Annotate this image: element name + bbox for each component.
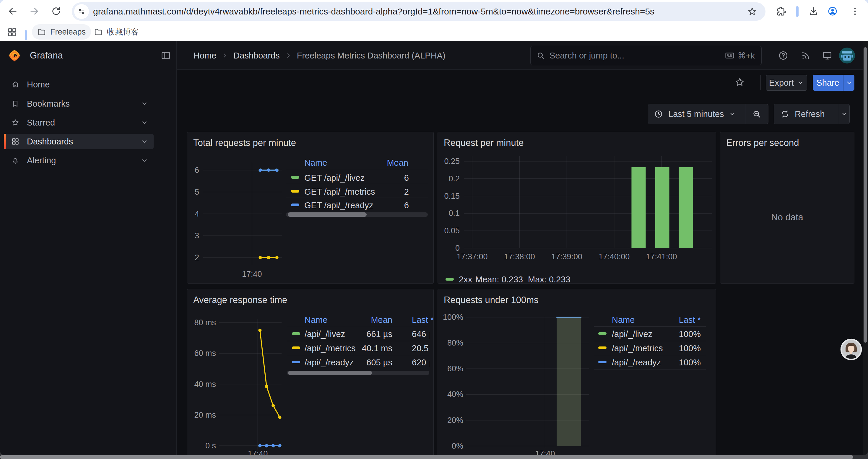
profile-button[interactable] bbox=[824, 3, 841, 20]
clock-icon bbox=[654, 109, 663, 119]
chevron-down-icon bbox=[729, 110, 736, 118]
folder-icon bbox=[37, 28, 46, 36]
legend-series-name[interactable]: 2xx bbox=[459, 275, 472, 284]
export-button[interactable]: Export bbox=[766, 75, 807, 91]
user-avatar-image bbox=[839, 47, 855, 64]
chevron-right-icon bbox=[221, 52, 229, 59]
series-color-dash[interactable] bbox=[598, 361, 607, 363]
sidebar-item-label: Bookmarks bbox=[27, 99, 70, 109]
horizontal-scrollbar[interactable] bbox=[0, 455, 868, 459]
horizontal-scrollbar-thumb[interactable] bbox=[0, 455, 853, 459]
chevron-down-icon bbox=[141, 157, 148, 164]
svg-text:60 ms: 60 ms bbox=[194, 349, 216, 358]
series-color-dash[interactable] bbox=[292, 361, 300, 363]
refresh-icon bbox=[780, 109, 789, 119]
chevron-down-icon[interactable] bbox=[841, 110, 848, 118]
series-color-dash[interactable] bbox=[291, 190, 299, 193]
folder-icon bbox=[94, 28, 103, 36]
breadcrumb-dashboards[interactable]: Dashboards bbox=[234, 51, 279, 61]
share-menu-button[interactable] bbox=[843, 75, 855, 91]
search-input[interactable]: Search or jump to... ⌘+k bbox=[530, 46, 762, 65]
time-range-picker[interactable]: Last 5 minutes bbox=[648, 104, 769, 124]
breadcrumb-home[interactable]: Home bbox=[193, 51, 216, 61]
refresh-button[interactable]: Refresh bbox=[774, 104, 850, 124]
svg-text:0.2: 0.2 bbox=[448, 174, 460, 183]
bookmark-folder-blogs[interactable]: 收藏博客 bbox=[89, 24, 144, 40]
user-avatar[interactable] bbox=[839, 47, 855, 64]
apps-button[interactable] bbox=[7, 27, 17, 37]
reload-button[interactable] bbox=[48, 3, 64, 20]
bookmark-star-icon bbox=[747, 6, 757, 17]
legend-header-name[interactable]: Name bbox=[305, 315, 327, 325]
series-color-dash[interactable] bbox=[445, 278, 454, 281]
floating-assistant-avatar[interactable] bbox=[840, 338, 862, 360]
legend-scrollbar[interactable] bbox=[287, 371, 429, 375]
chevron-right-icon bbox=[284, 52, 292, 59]
sidebar-item-dashboards[interactable]: Dashboards bbox=[4, 134, 154, 149]
dashboard-toolbar: Export Share bbox=[177, 70, 868, 99]
svg-text:17:40:00: 17:40:00 bbox=[598, 252, 629, 261]
sidebar-item-alerting[interactable]: Alerting bbox=[4, 153, 154, 168]
button-divider bbox=[745, 104, 745, 124]
legend-scrollbar[interactable] bbox=[286, 212, 428, 217]
legend-header-mean[interactable]: Mean bbox=[363, 315, 392, 325]
toolbar-divider bbox=[761, 75, 761, 90]
downloads-button[interactable] bbox=[805, 3, 822, 20]
bookmark-icon bbox=[11, 100, 20, 108]
legend-series-value: 6 bbox=[350, 173, 409, 183]
request-per-minute-chart: 00.050.10.150.20.2517:37:0017:38:0017:39… bbox=[438, 132, 716, 284]
extensions-button[interactable] bbox=[773, 3, 789, 20]
legend-series-value: 6 bbox=[350, 201, 409, 210]
legend-last-value: 620 µs bbox=[412, 358, 429, 367]
browser-menu-button[interactable] bbox=[847, 3, 863, 20]
legend-header-last[interactable]: Last * bbox=[412, 315, 434, 325]
vertical-scrollbar[interactable] bbox=[863, 41, 868, 455]
display-button[interactable] bbox=[822, 51, 832, 61]
legend-header-name[interactable]: Name bbox=[612, 315, 634, 325]
series-color-dash[interactable] bbox=[598, 332, 607, 335]
svg-text:17:37:00: 17:37:00 bbox=[457, 252, 488, 261]
svg-text:0.25: 0.25 bbox=[444, 157, 460, 166]
bookmark-folder-freeleaps[interactable]: Freeleaps bbox=[32, 24, 91, 40]
chevron-down-icon bbox=[141, 100, 148, 107]
series-color-dash[interactable] bbox=[292, 347, 300, 349]
sidebar-item-starred[interactable]: Starred bbox=[4, 115, 154, 130]
news-button[interactable] bbox=[801, 51, 811, 61]
legend-max-stat: Max: 0.233 bbox=[528, 275, 570, 284]
series-color-dash[interactable] bbox=[292, 332, 300, 335]
site-info-button[interactable] bbox=[74, 4, 89, 19]
svg-text:0.15: 0.15 bbox=[444, 192, 460, 201]
zoom-out-icon[interactable] bbox=[752, 109, 761, 119]
svg-text:17:40: 17:40 bbox=[248, 449, 268, 455]
bookmark-star-button[interactable] bbox=[747, 6, 757, 17]
sidebar-item-bookmarks[interactable]: Bookmarks bbox=[4, 96, 154, 111]
forward-button[interactable] bbox=[26, 3, 42, 20]
legend-last-value: 100% bbox=[642, 329, 701, 339]
sidebar-item-home[interactable]: Home bbox=[4, 77, 154, 92]
address-bar[interactable]: grafana.mathmast.com/d/deytv4rwavabkb/fr… bbox=[72, 2, 766, 21]
svg-text:100%: 100% bbox=[443, 313, 463, 322]
vertical-scrollbar-thumb[interactable] bbox=[864, 47, 867, 342]
sidebar-item-label: Starred bbox=[27, 118, 55, 128]
back-button[interactable] bbox=[4, 3, 21, 20]
panel-errors-per-second: Errors per second No data bbox=[720, 132, 855, 284]
series-color-dash[interactable] bbox=[291, 176, 299, 179]
favorite-star-button[interactable] bbox=[735, 77, 745, 88]
share-button[interactable]: Share bbox=[813, 75, 843, 91]
legend-header-last[interactable]: Last * bbox=[671, 315, 701, 325]
grafana-main: Home Dashboards Freeleaps Metrics Dashbo… bbox=[177, 41, 868, 455]
monitor-icon bbox=[822, 51, 832, 61]
legend-header-name[interactable]: Name bbox=[304, 158, 327, 168]
legend-header-mean[interactable]: Mean bbox=[387, 158, 408, 168]
bookmarks-bar: Freeleaps 收藏博客 bbox=[0, 23, 868, 41]
toolbar-blue-indicator bbox=[796, 6, 799, 17]
help-button[interactable] bbox=[778, 51, 788, 61]
grafana-logo bbox=[8, 50, 20, 61]
sidebar-toggle-button[interactable] bbox=[161, 51, 171, 61]
three-dot-menu-icon bbox=[850, 6, 860, 16]
legend-last-value: 646 µs bbox=[412, 329, 429, 339]
svg-text:2: 2 bbox=[195, 253, 199, 262]
series-color-dash[interactable] bbox=[598, 347, 607, 349]
series-color-dash[interactable] bbox=[291, 203, 299, 206]
forward-icon bbox=[29, 6, 39, 16]
